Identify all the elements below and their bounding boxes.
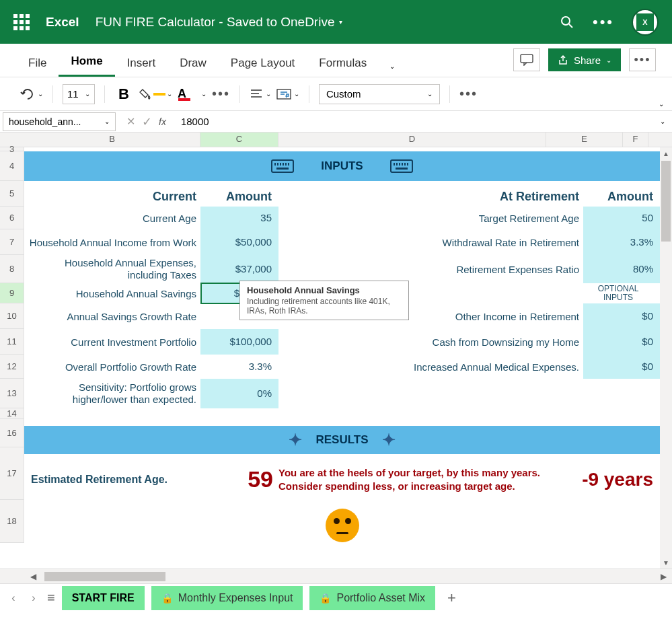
chevron-down-icon[interactable]: ⌄ bbox=[389, 63, 395, 77]
cell-label: Annual Savings Growth Rate bbox=[24, 311, 200, 322]
neutral-face-emoji-icon bbox=[326, 509, 359, 542]
cell-label: Sensitivity: Portfolio grows higher/lowe… bbox=[24, 381, 200, 406]
number-format-select[interactable]: Custom ⌄ bbox=[319, 84, 440, 104]
scroll-left-arrow-icon[interactable]: ◀ bbox=[24, 572, 42, 581]
scroll-thumb[interactable] bbox=[661, 161, 671, 242]
row-header[interactable]: 9 bbox=[0, 283, 24, 303]
row-header[interactable]: 10 bbox=[0, 303, 24, 329]
all-sheets-icon[interactable]: ≡ bbox=[47, 590, 55, 605]
row-header[interactable]: 4 bbox=[0, 151, 24, 181]
tab-home[interactable]: Home bbox=[59, 46, 114, 77]
sheet-cells[interactable]: INPUTS Current Amount At Retirement Amou… bbox=[24, 147, 660, 568]
more-icon[interactable]: ••• bbox=[595, 14, 611, 30]
undo-button[interactable]: ⌄ bbox=[20, 87, 43, 101]
cell-value[interactable]: 50 bbox=[583, 207, 660, 229]
search-icon[interactable] bbox=[559, 14, 575, 30]
cancel-formula-icon[interactable]: ✕ bbox=[126, 115, 135, 128]
tab-insert[interactable]: Insert bbox=[115, 48, 168, 77]
header-amount: Amount bbox=[200, 190, 278, 204]
name-box[interactable]: household_ann... ⌄ bbox=[3, 112, 116, 131]
prev-sheet-arrow-icon[interactable]: ‹ bbox=[7, 592, 20, 604]
fx-icon[interactable]: fx bbox=[159, 116, 166, 127]
row-header[interactable]: 7 bbox=[0, 229, 24, 255]
formula-input[interactable]: 18000 bbox=[174, 116, 653, 127]
more-options[interactable]: ••• bbox=[459, 86, 478, 102]
excel-app-icon[interactable]: X bbox=[632, 9, 659, 36]
cell-value[interactable]: 0% bbox=[200, 379, 278, 408]
titlebar: Excel FUN FIRE Calculator - Saved to One… bbox=[0, 0, 672, 44]
add-sheet-button[interactable]: + bbox=[442, 589, 461, 607]
row-header[interactable]: 12 bbox=[0, 355, 24, 379]
column-header[interactable]: C bbox=[200, 133, 278, 147]
wrap-text-button[interactable]: ⌄ bbox=[276, 88, 299, 100]
column-header[interactable]: B bbox=[24, 133, 200, 147]
cell-value[interactable]: $100,000 bbox=[200, 329, 278, 355]
scroll-down-arrow-icon[interactable]: ▼ bbox=[660, 556, 672, 568]
column-header[interactable]: D bbox=[278, 133, 546, 147]
sparkle-icon: ✦ bbox=[289, 431, 302, 449]
horizontal-scrollbar[interactable]: ◀ ▶ bbox=[0, 568, 672, 583]
scroll-right-arrow-icon[interactable]: ▶ bbox=[655, 572, 672, 581]
collapse-ribbon-icon[interactable]: ⌄ bbox=[659, 100, 664, 108]
chevron-down-icon: ⌄ bbox=[266, 90, 271, 98]
results-age: 59 bbox=[238, 466, 273, 492]
sheet-tab-monthly-expenses[interactable]: 🔒 Monthly Expenses Input bbox=[151, 586, 303, 610]
cell-value[interactable]: 35 bbox=[200, 207, 278, 229]
vertical-scrollbar[interactable]: ▲ ▼ bbox=[660, 147, 672, 568]
row-header[interactable]: 8 bbox=[0, 255, 24, 283]
chevron-down-icon: ⌄ bbox=[167, 90, 172, 98]
align-button[interactable]: ⌄ bbox=[250, 88, 271, 100]
cell-label: Household Annual Savings bbox=[24, 288, 200, 299]
header-current: Current bbox=[24, 190, 200, 204]
chevron-down-icon: ▾ bbox=[339, 18, 342, 26]
accept-formula-icon[interactable]: ✓ bbox=[142, 114, 152, 129]
cell-value[interactable]: 3.3% bbox=[200, 355, 278, 379]
spreadsheet-grid: B C D E F 34567891011121314161718 INPUTS… bbox=[0, 133, 672, 568]
more-commands-button[interactable]: ••• bbox=[629, 48, 656, 71]
row-header[interactable]: 6 bbox=[0, 207, 24, 229]
cell-value: OPTIONAL INPUTS bbox=[583, 285, 660, 302]
column-header[interactable]: E bbox=[546, 133, 623, 147]
row-header[interactable]: 11 bbox=[0, 329, 24, 355]
sparkle-icon: ✦ bbox=[382, 431, 396, 449]
comments-button[interactable] bbox=[513, 48, 540, 71]
row-header[interactable]: 16 bbox=[0, 419, 24, 447]
more-font-options[interactable]: ••• bbox=[212, 86, 230, 102]
scroll-up-arrow-icon[interactable]: ▲ bbox=[660, 147, 672, 159]
row-header[interactable]: 17 bbox=[0, 447, 24, 500]
expand-formula-bar-icon[interactable]: ⌄ bbox=[653, 118, 672, 125]
share-button[interactable]: Share ⌄ bbox=[548, 48, 621, 71]
results-label: Estimated Retirement Age. bbox=[31, 474, 233, 486]
font-color-button[interactable]: A ⌄ bbox=[178, 87, 207, 101]
tab-draw[interactable]: Draw bbox=[167, 48, 219, 77]
font-size-value: 11 bbox=[67, 88, 79, 100]
column-header[interactable]: F bbox=[623, 133, 648, 147]
app-name: Excel bbox=[46, 15, 79, 30]
font-size-input[interactable]: 11 ⌄ bbox=[63, 84, 95, 104]
bold-button[interactable]: B bbox=[114, 85, 133, 103]
scroll-thumb[interactable] bbox=[44, 572, 165, 581]
cell-value[interactable]: 80% bbox=[583, 255, 660, 283]
sheet-tab-start-fire[interactable]: START FIRE bbox=[62, 586, 145, 610]
row-header[interactable]: 13 bbox=[0, 379, 24, 408]
cell-value[interactable]: $0 bbox=[583, 329, 660, 355]
row-header[interactable]: 5 bbox=[0, 181, 24, 207]
cell-value[interactable]: $50,000 bbox=[200, 229, 278, 255]
tab-file[interactable]: File bbox=[16, 48, 59, 77]
cell-label: Increased Annual Medical Expenses. bbox=[278, 361, 583, 373]
next-sheet-arrow-icon[interactable]: › bbox=[27, 592, 40, 604]
cell-value[interactable]: 3.3% bbox=[583, 229, 660, 255]
inputs-section-header: INPUTS bbox=[24, 151, 660, 181]
tab-formulas[interactable]: Formulas bbox=[307, 48, 379, 77]
document-title[interactable]: FUN FIRE Calculator - Saved to OneDrive … bbox=[96, 15, 342, 30]
cell-value[interactable]: $0 bbox=[583, 303, 660, 329]
row-header[interactable]: 18 bbox=[0, 500, 24, 543]
row-header[interactable]: 14 bbox=[0, 408, 24, 419]
tab-page-layout[interactable]: Page Layout bbox=[219, 48, 307, 77]
cell-value[interactable]: $0 bbox=[583, 355, 660, 379]
fill-color-button[interactable]: ⌄ bbox=[139, 87, 172, 101]
sheet-tab-portfolio-mix[interactable]: 🔒 Portfolio Asset Mix bbox=[309, 586, 435, 610]
app-launcher-icon[interactable] bbox=[13, 14, 30, 30]
cell-value[interactable]: $37,000 bbox=[200, 255, 278, 283]
cell-label: Household Annual Expenses, including Tax… bbox=[24, 257, 200, 281]
